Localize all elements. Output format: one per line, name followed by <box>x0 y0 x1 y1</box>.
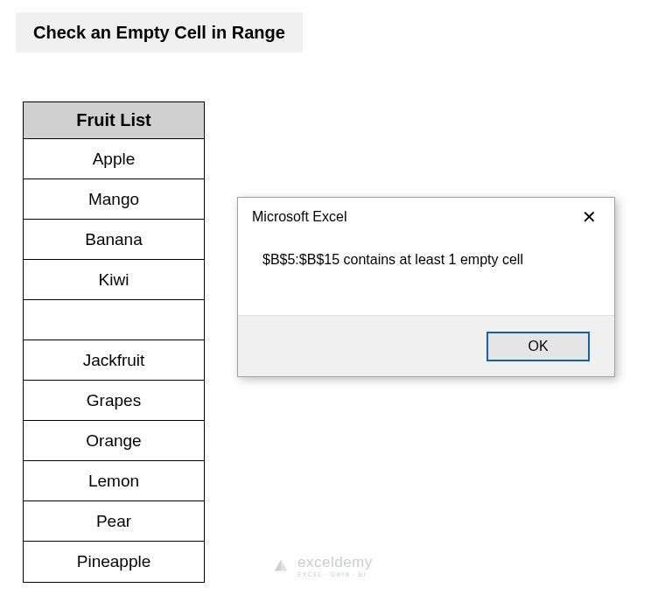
cell-text: Kiwi <box>99 270 130 290</box>
close-icon[interactable]: ✕ <box>575 205 604 229</box>
page-title: Check an Empty Cell in Range <box>16 12 303 52</box>
cell-text: Lemon <box>88 472 139 491</box>
dialog-footer: OK <box>238 315 614 376</box>
watermark: exceldemy EXCEL · DATA · BI <box>271 555 373 578</box>
cell-text: Mango <box>88 190 139 209</box>
table-row: Lemon <box>24 461 204 501</box>
table-row: Kiwi <box>24 260 204 300</box>
table-header: Fruit List <box>24 102 204 139</box>
cell-text: Banana <box>85 230 143 249</box>
dialog-header: Microsoft Excel ✕ <box>238 198 614 236</box>
table-row: Mango <box>24 179 204 220</box>
ok-button[interactable]: OK <box>486 332 590 361</box>
ok-button-label: OK <box>528 339 548 354</box>
table-row: Orange <box>24 421 204 461</box>
page-title-text: Check an Empty Cell in Range <box>33 23 285 43</box>
cell-text: Pear <box>96 512 131 531</box>
table-row <box>24 300 204 340</box>
cell-text: Jackfruit <box>83 351 145 370</box>
table-row: Grapes <box>24 381 204 421</box>
table-row: Apple <box>24 139 204 179</box>
brand-name: exceldemy <box>298 555 373 570</box>
fruit-table: Fruit List Apple Mango Banana Kiwi Jackf… <box>23 102 205 583</box>
dialog-body: $B$5:$B$15 contains at least 1 empty cel… <box>238 236 614 315</box>
cell-text: Orange <box>86 431 141 451</box>
brand-text: exceldemy EXCEL · DATA · BI <box>298 555 373 578</box>
table-row: Pear <box>24 501 204 542</box>
table-row: Banana <box>24 220 204 260</box>
table-header-text: Fruit List <box>76 110 151 130</box>
dialog-message: $B$5:$B$15 contains at least 1 empty cel… <box>262 252 523 267</box>
table-row: Jackfruit <box>24 340 204 381</box>
cell-text: Pineapple <box>77 552 151 571</box>
table-row: Pineapple <box>24 542 204 582</box>
message-dialog: Microsoft Excel ✕ $B$5:$B$15 contains at… <box>237 197 615 377</box>
cell-text: Grapes <box>87 391 141 410</box>
brand-icon <box>271 556 290 576</box>
cell-text: Apple <box>93 150 136 169</box>
dialog-title: Microsoft Excel <box>252 209 346 225</box>
brand-tagline: EXCEL · DATA · BI <box>298 571 373 578</box>
